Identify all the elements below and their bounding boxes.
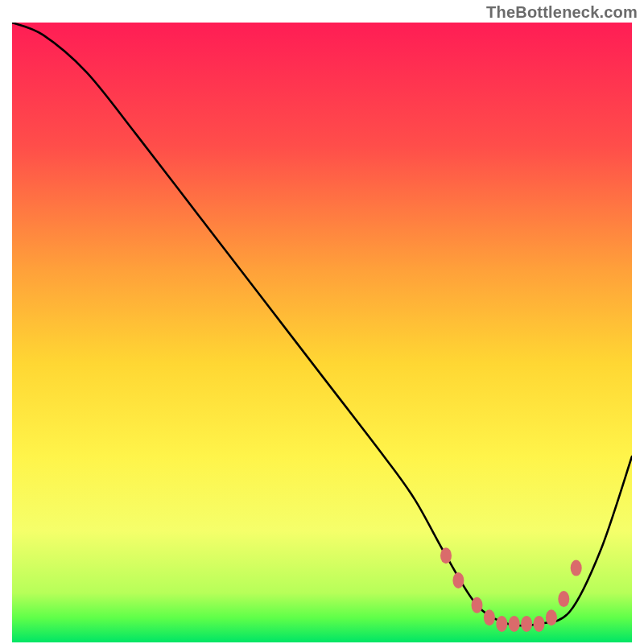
curve-marker xyxy=(509,616,520,632)
chart-stage: TheBottleneck.com xyxy=(0,0,644,644)
curve-marker xyxy=(521,616,532,632)
curve-marker xyxy=(571,560,582,576)
curve-marker xyxy=(484,609,495,625)
curve-marker xyxy=(472,597,483,613)
gradient-background xyxy=(12,23,632,642)
curve-marker xyxy=(496,616,507,632)
curve-marker xyxy=(452,572,464,588)
curve-marker xyxy=(440,547,452,564)
curve-marker xyxy=(558,591,569,607)
curve-marker xyxy=(534,616,545,632)
curve-marker xyxy=(546,609,557,625)
plot-area xyxy=(12,23,632,642)
bottleneck-curve-chart xyxy=(12,23,632,642)
watermark-text: TheBottleneck.com xyxy=(486,3,638,22)
